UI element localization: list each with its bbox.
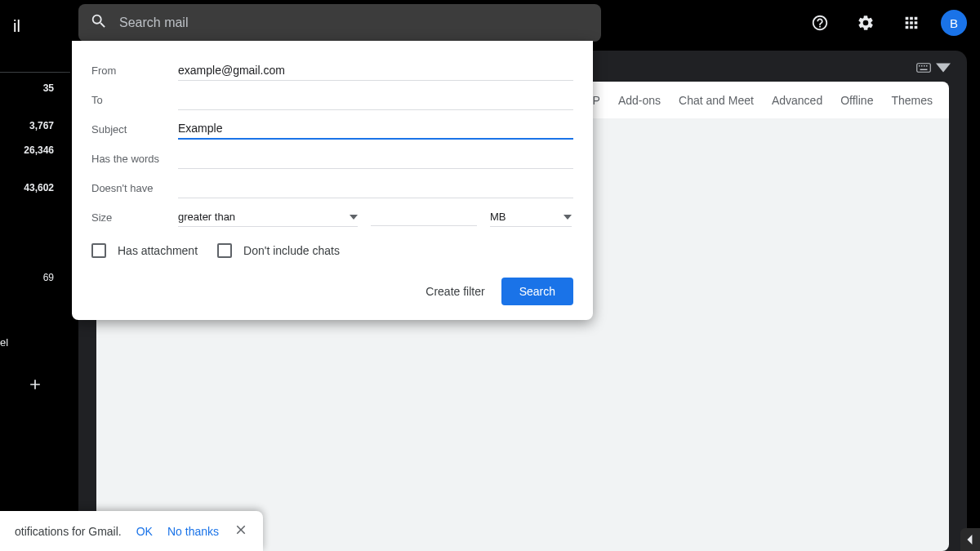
- topbar-right: B: [804, 7, 967, 39]
- checkbox-icon: [217, 243, 232, 258]
- notification-bar: otifications for Gmail. OK No thanks: [0, 511, 263, 551]
- search-bar[interactable]: [78, 4, 601, 42]
- dont-include-chats-checkbox[interactable]: Don't include chats: [217, 243, 340, 258]
- add-label-button[interactable]: [0, 370, 70, 399]
- sidebar-count[interactable]: 43,602: [0, 176, 70, 200]
- input-tools[interactable]: [916, 62, 951, 73]
- has-words-label: Has the words: [91, 153, 178, 165]
- sidebar: 35 3,767 26,346 43,602 69 el: [0, 46, 70, 551]
- size-unit-select[interactable]: MB: [490, 207, 572, 227]
- search-icon: [90, 12, 108, 33]
- search-input[interactable]: [119, 16, 590, 30]
- chevron-down-icon: [350, 215, 358, 220]
- search-filter-panel: From To Subject Has the words Doesn't ha…: [72, 41, 593, 320]
- keyboard-icon: [916, 62, 931, 73]
- sidebar-count[interactable]: 26,346: [0, 138, 70, 162]
- apps-icon[interactable]: [895, 7, 928, 39]
- sidebar-label-partial[interactable]: el: [0, 331, 70, 353]
- doesnt-have-label: Doesn't have: [91, 182, 178, 194]
- tab-addons[interactable]: Add-ons: [618, 94, 661, 107]
- size-amount-input[interactable]: [371, 208, 477, 226]
- from-label: From: [91, 64, 178, 77]
- brand-partial: il: [13, 11, 23, 36]
- notification-text: otifications for Gmail.: [15, 525, 122, 538]
- to-input[interactable]: [178, 90, 573, 110]
- to-label: To: [91, 94, 178, 106]
- checkbox-icon: [91, 243, 106, 258]
- svg-rect-5: [920, 69, 928, 71]
- doesnt-have-input[interactable]: [178, 178, 573, 198]
- notification-no-thanks-button[interactable]: No thanks: [167, 525, 219, 538]
- svg-rect-2: [921, 65, 923, 67]
- help-icon[interactable]: [804, 7, 836, 39]
- tab-themes[interactable]: Themes: [891, 94, 933, 107]
- notification-ok-button[interactable]: OK: [136, 525, 153, 538]
- avatar[interactable]: B: [941, 10, 967, 36]
- tab-chat-meet[interactable]: Chat and Meet: [679, 94, 754, 107]
- from-input[interactable]: [178, 60, 573, 81]
- tab-offline[interactable]: Offline: [840, 94, 873, 107]
- top-bar: il B: [0, 0, 980, 46]
- svg-rect-0: [917, 64, 931, 73]
- size-label: Size: [91, 211, 178, 224]
- sidebar-count[interactable]: 3,767: [0, 113, 70, 138]
- size-op-select[interactable]: greater than: [178, 207, 358, 227]
- gear-icon[interactable]: [849, 7, 882, 39]
- chevron-down-icon: [564, 215, 572, 220]
- close-icon[interactable]: [234, 522, 248, 540]
- create-filter-button[interactable]: Create filter: [425, 285, 484, 298]
- chevron-left-icon: [965, 535, 975, 544]
- svg-rect-3: [924, 65, 925, 67]
- svg-rect-1: [919, 65, 920, 67]
- side-panel-toggle[interactable]: [960, 528, 980, 551]
- subject-input[interactable]: [178, 118, 573, 140]
- search-button[interactable]: Search: [501, 278, 573, 305]
- sidebar-count[interactable]: 69: [0, 265, 70, 290]
- subject-label: Subject: [91, 123, 178, 136]
- chevron-down-icon: [936, 62, 951, 73]
- has-words-input[interactable]: [178, 149, 573, 169]
- has-attachment-checkbox[interactable]: Has attachment: [91, 243, 198, 258]
- svg-rect-4: [926, 65, 928, 67]
- tab-advanced[interactable]: Advanced: [772, 94, 822, 107]
- sidebar-count[interactable]: 35: [0, 76, 70, 100]
